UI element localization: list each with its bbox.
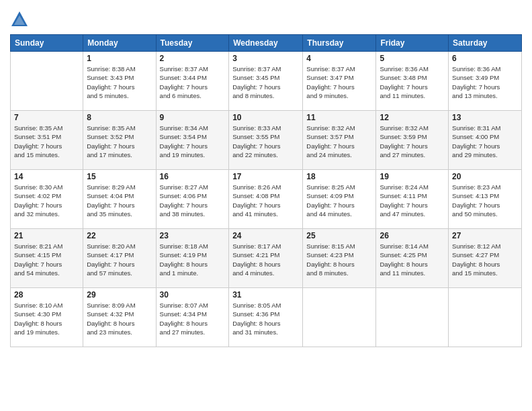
calendar-header-monday: Monday (83, 35, 156, 52)
calendar-cell: 22Sunrise: 8:20 AMSunset: 4:17 PMDayligh… (83, 229, 156, 288)
day-number: 17 (232, 172, 299, 181)
day-number: 9 (160, 113, 226, 122)
day-info: Sunrise: 8:29 AMSunset: 4:04 PMDaylight:… (87, 183, 152, 218)
calendar-cell (376, 288, 449, 347)
day-info: Sunrise: 8:32 AMSunset: 3:57 PMDaylight:… (306, 124, 372, 159)
calendar-cell: 7Sunrise: 8:35 AMSunset: 3:51 PMDaylight… (11, 111, 83, 170)
calendar-header-thursday: Thursday (303, 35, 376, 52)
calendar-table: SundayMondayTuesdayWednesdayThursdayFrid… (10, 34, 522, 347)
day-number: 13 (452, 113, 518, 122)
calendar-cell (449, 288, 522, 347)
day-number: 15 (87, 172, 152, 181)
calendar-cell: 9Sunrise: 8:34 AMSunset: 3:54 PMDaylight… (156, 111, 229, 170)
day-number: 24 (232, 231, 299, 240)
day-info: Sunrise: 8:38 AMSunset: 3:43 PMDaylight:… (87, 64, 152, 100)
calendar-week-1: 1Sunrise: 8:38 AMSunset: 3:43 PMDaylight… (11, 52, 522, 111)
day-info: Sunrise: 8:33 AMSunset: 3:55 PMDaylight:… (232, 124, 299, 159)
day-info: Sunrise: 8:25 AMSunset: 4:09 PMDaylight:… (306, 183, 372, 218)
day-info: Sunrise: 8:20 AMSunset: 4:17 PMDaylight:… (87, 242, 152, 277)
day-number: 25 (306, 231, 372, 240)
day-number: 14 (14, 172, 79, 181)
calendar-header-tuesday: Tuesday (156, 35, 229, 52)
day-number: 3 (232, 54, 299, 63)
day-number: 4 (306, 54, 372, 63)
calendar-week-2: 7Sunrise: 8:35 AMSunset: 3:51 PMDaylight… (11, 111, 522, 170)
day-info: Sunrise: 8:34 AMSunset: 3:54 PMDaylight:… (160, 124, 226, 159)
day-number: 21 (14, 231, 79, 240)
calendar-cell: 5Sunrise: 8:36 AMSunset: 3:48 PMDaylight… (376, 52, 449, 111)
day-info: Sunrise: 8:17 AMSunset: 4:21 PMDaylight:… (232, 242, 299, 277)
calendar-week-5: 28Sunrise: 8:10 AMSunset: 4:30 PMDayligh… (11, 288, 522, 347)
day-number: 29 (87, 290, 152, 300)
day-info: Sunrise: 8:18 AMSunset: 4:19 PMDaylight:… (160, 242, 226, 277)
day-info: Sunrise: 8:37 AMSunset: 3:44 PMDaylight:… (160, 64, 226, 100)
calendar-cell: 8Sunrise: 8:35 AMSunset: 3:52 PMDaylight… (83, 111, 156, 170)
calendar-week-3: 14Sunrise: 8:30 AMSunset: 4:02 PMDayligh… (11, 170, 522, 229)
day-info: Sunrise: 8:30 AMSunset: 4:02 PMDaylight:… (14, 183, 79, 218)
calendar-cell: 2Sunrise: 8:37 AMSunset: 3:44 PMDaylight… (156, 52, 229, 111)
calendar-cell: 11Sunrise: 8:32 AMSunset: 3:57 PMDayligh… (303, 111, 376, 170)
day-info: Sunrise: 8:09 AMSunset: 4:32 PMDaylight:… (87, 301, 152, 336)
day-info: Sunrise: 8:07 AMSunset: 4:34 PMDaylight:… (160, 301, 226, 336)
calendar-header-saturday: Saturday (449, 35, 522, 52)
day-info: Sunrise: 8:27 AMSunset: 4:06 PMDaylight:… (160, 183, 226, 218)
day-info: Sunrise: 8:05 AMSunset: 4:36 PMDaylight:… (232, 301, 299, 336)
calendar-cell: 18Sunrise: 8:25 AMSunset: 4:09 PMDayligh… (303, 170, 376, 229)
day-info: Sunrise: 8:36 AMSunset: 3:49 PMDaylight:… (452, 64, 518, 100)
day-number: 31 (232, 290, 299, 300)
day-info: Sunrise: 8:36 AMSunset: 3:48 PMDaylight:… (380, 64, 445, 100)
calendar-cell: 3Sunrise: 8:37 AMSunset: 3:45 PMDaylight… (229, 52, 303, 111)
day-number: 10 (232, 113, 299, 122)
day-info: Sunrise: 8:10 AMSunset: 4:30 PMDaylight:… (14, 301, 79, 336)
calendar-cell: 30Sunrise: 8:07 AMSunset: 4:34 PMDayligh… (156, 288, 229, 347)
day-number: 19 (380, 172, 445, 181)
day-info: Sunrise: 8:21 AMSunset: 4:15 PMDaylight:… (14, 242, 79, 277)
calendar-cell: 10Sunrise: 8:33 AMSunset: 3:55 PMDayligh… (229, 111, 303, 170)
day-number: 11 (306, 113, 372, 122)
day-number: 23 (160, 231, 226, 240)
header (10, 7, 522, 29)
day-number: 20 (452, 172, 518, 181)
calendar-cell: 4Sunrise: 8:37 AMSunset: 3:47 PMDaylight… (303, 52, 376, 111)
page-container: SundayMondayTuesdayWednesdayThursdayFrid… (0, 0, 532, 351)
calendar-cell: 12Sunrise: 8:32 AMSunset: 3:59 PMDayligh… (376, 111, 449, 170)
calendar-cell: 28Sunrise: 8:10 AMSunset: 4:30 PMDayligh… (11, 288, 83, 347)
calendar-cell: 14Sunrise: 8:30 AMSunset: 4:02 PMDayligh… (11, 170, 83, 229)
calendar-header-row: SundayMondayTuesdayWednesdayThursdayFrid… (11, 35, 522, 52)
calendar-header-friday: Friday (376, 35, 449, 52)
calendar-cell: 6Sunrise: 8:36 AMSunset: 3:49 PMDaylight… (449, 52, 522, 111)
day-info: Sunrise: 8:23 AMSunset: 4:13 PMDaylight:… (452, 183, 518, 218)
calendar-cell: 21Sunrise: 8:21 AMSunset: 4:15 PMDayligh… (11, 229, 83, 288)
day-number: 22 (87, 231, 152, 240)
day-number: 28 (14, 290, 79, 300)
calendar-cell: 20Sunrise: 8:23 AMSunset: 4:13 PMDayligh… (449, 170, 522, 229)
day-number: 5 (380, 54, 445, 63)
calendar-cell (303, 288, 376, 347)
calendar-cell: 16Sunrise: 8:27 AMSunset: 4:06 PMDayligh… (156, 170, 229, 229)
calendar-week-4: 21Sunrise: 8:21 AMSunset: 4:15 PMDayligh… (11, 229, 522, 288)
calendar-cell: 17Sunrise: 8:26 AMSunset: 4:08 PMDayligh… (229, 170, 303, 229)
day-info: Sunrise: 8:14 AMSunset: 4:25 PMDaylight:… (380, 242, 445, 277)
calendar-cell (11, 52, 83, 111)
day-number: 1 (87, 54, 152, 63)
day-info: Sunrise: 8:24 AMSunset: 4:11 PMDaylight:… (380, 183, 445, 218)
calendar-header-sunday: Sunday (11, 35, 83, 52)
calendar-cell: 23Sunrise: 8:18 AMSunset: 4:19 PMDayligh… (156, 229, 229, 288)
day-number: 2 (160, 54, 226, 63)
day-number: 12 (380, 113, 445, 122)
calendar-cell: 19Sunrise: 8:24 AMSunset: 4:11 PMDayligh… (376, 170, 449, 229)
day-info: Sunrise: 8:37 AMSunset: 3:45 PMDaylight:… (232, 64, 299, 100)
day-info: Sunrise: 8:37 AMSunset: 3:47 PMDaylight:… (306, 64, 372, 100)
day-number: 16 (160, 172, 226, 181)
logo-icon (10, 10, 29, 29)
day-info: Sunrise: 8:31 AMSunset: 4:00 PMDaylight:… (452, 124, 518, 159)
day-info: Sunrise: 8:15 AMSunset: 4:23 PMDaylight:… (306, 242, 372, 277)
calendar-cell: 1Sunrise: 8:38 AMSunset: 3:43 PMDaylight… (83, 52, 156, 111)
calendar-cell: 27Sunrise: 8:12 AMSunset: 4:27 PMDayligh… (449, 229, 522, 288)
day-number: 6 (452, 54, 518, 63)
day-info: Sunrise: 8:32 AMSunset: 3:59 PMDaylight:… (380, 124, 445, 159)
calendar-cell: 29Sunrise: 8:09 AMSunset: 4:32 PMDayligh… (83, 288, 156, 347)
day-info: Sunrise: 8:35 AMSunset: 3:51 PMDaylight:… (14, 124, 79, 159)
day-number: 27 (452, 231, 518, 240)
calendar-cell: 13Sunrise: 8:31 AMSunset: 4:00 PMDayligh… (449, 111, 522, 170)
